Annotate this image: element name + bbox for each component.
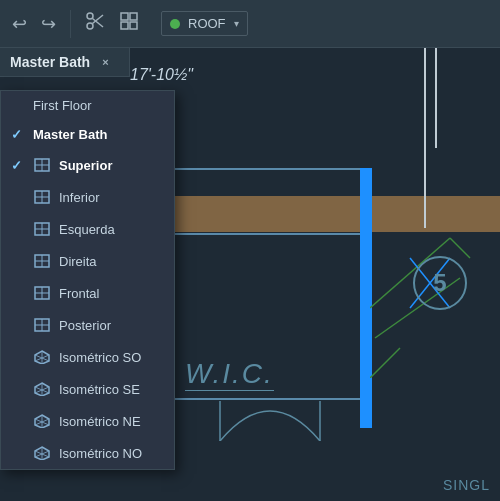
menu-label-posterior: Posterior (59, 318, 111, 333)
menu-item-frontal[interactable]: Frontal (1, 277, 174, 309)
menu-item-isometrico-no[interactable]: Isométrico NO (1, 437, 174, 469)
check-icon-isometrico-so (11, 350, 25, 365)
menu-label-isometrico-no: Isométrico NO (59, 446, 142, 461)
check-icon-master-bath: ✓ (11, 127, 25, 142)
check-icon-isometrico-no (11, 446, 25, 461)
viewport-icon-direita (33, 252, 51, 270)
menu-label-master-bath: Master Bath (33, 127, 107, 142)
circle-marker-number: 5 (433, 269, 446, 297)
toolbar-divider-1 (70, 10, 71, 38)
menu-item-posterior[interactable]: Posterior (1, 309, 174, 341)
svg-rect-5 (130, 13, 137, 20)
check-icon-isometrico-ne (11, 414, 25, 429)
menu-item-superior[interactable]: ✓ Superior (1, 149, 174, 181)
menu-label-first-floor: First Floor (33, 98, 92, 113)
menu-item-isometrico-so[interactable]: Isométrico SO (1, 341, 174, 373)
svg-rect-6 (121, 22, 128, 29)
menu-label-esquerda: Esquerda (59, 222, 115, 237)
menu-item-esquerda[interactable]: Esquerda (1, 213, 174, 245)
undo-button[interactable]: ↩ (8, 9, 31, 39)
svg-point-1 (87, 13, 93, 19)
menu-label-inferior: Inferior (59, 190, 99, 205)
roof-dropdown[interactable]: ROOF ▾ (161, 11, 248, 36)
view-tab[interactable]: Master Bath × (0, 48, 130, 77)
menu-item-isometrico-se[interactable]: Isométrico SE (1, 373, 174, 405)
menu-label-isometrico-ne: Isométrico NE (59, 414, 141, 429)
svg-point-0 (87, 23, 93, 29)
svg-line-9 (450, 238, 470, 258)
menu-label-direita: Direita (59, 254, 97, 269)
circle-marker-5: 5 (413, 256, 467, 310)
menu-item-master-bath[interactable]: ✓ Master Bath (1, 120, 174, 149)
viewport-icon-inferior (33, 188, 51, 206)
viewport-icon-esquerda (33, 220, 51, 238)
check-icon-frontal (11, 286, 25, 301)
menu-label-frontal: Frontal (59, 286, 99, 301)
check-icon-superior: ✓ (11, 158, 25, 173)
check-icon-posterior (11, 318, 25, 333)
check-icon-inferior (11, 190, 25, 205)
viewport-icon-posterior (33, 316, 51, 334)
iso-icon-no (33, 444, 51, 462)
redo-button[interactable]: ↪ (37, 9, 60, 39)
settings-icon[interactable] (81, 7, 109, 40)
menu-label-superior: Superior (59, 158, 112, 173)
svg-line-11 (370, 348, 400, 378)
iso-icon-ne (33, 412, 51, 430)
cad-line-h2 (170, 233, 360, 235)
view-tab-title: Master Bath (10, 54, 90, 70)
svg-rect-4 (121, 13, 128, 20)
cad-line-h1 (170, 168, 360, 170)
roof-label: ROOF (188, 16, 226, 31)
iso-icon-so (33, 348, 51, 366)
roof-status-dot (170, 19, 180, 29)
close-icon[interactable]: × (102, 56, 108, 68)
dimension-text: 17'-10½" (130, 66, 193, 84)
chevron-down-icon: ▾ (234, 18, 239, 29)
viewport-icon-superior (33, 156, 51, 174)
toolbar: ↩ ↪ ROOF ▾ (0, 0, 500, 48)
view-dropdown-menu: First Floor ✓ Master Bath ✓ Superior Inf… (0, 90, 175, 470)
arch-line-v2 (435, 48, 437, 148)
check-icon-first-floor (11, 98, 25, 113)
menu-label-isometrico-se: Isométrico SE (59, 382, 140, 397)
viewport-icon-frontal (33, 284, 51, 302)
iso-icon-se (33, 380, 51, 398)
menu-label-isometrico-so: Isométrico SO (59, 350, 141, 365)
bottom-label: SINGL (443, 477, 490, 493)
menu-item-isometrico-ne[interactable]: Isométrico NE (1, 405, 174, 437)
svg-rect-7 (130, 22, 137, 29)
check-icon-esquerda (11, 222, 25, 237)
check-icon-direita (11, 254, 25, 269)
menu-item-first-floor[interactable]: First Floor (1, 91, 174, 120)
menu-item-inferior[interactable]: Inferior (1, 181, 174, 213)
menu-item-direita[interactable]: Direita (1, 245, 174, 277)
view-icon[interactable] (115, 7, 143, 40)
cad-arch (200, 361, 340, 441)
check-icon-isometrico-se (11, 382, 25, 397)
